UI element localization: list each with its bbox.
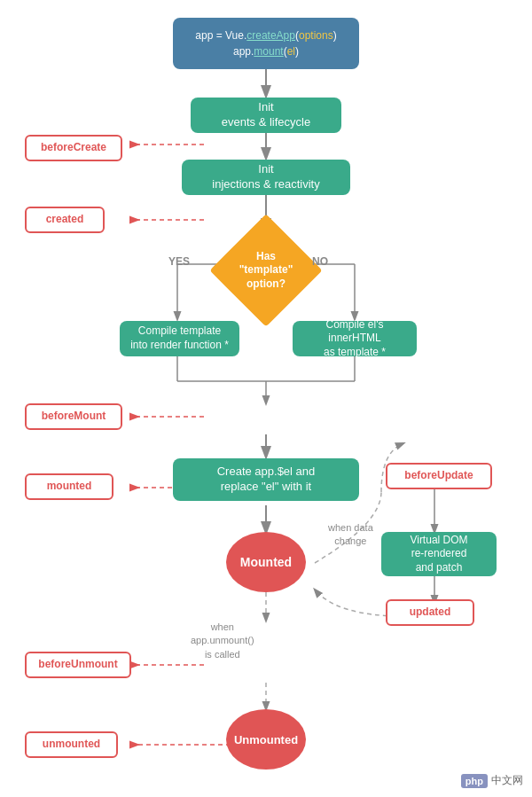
app-init-text: app = Vue.createApp(options) app.mount(e… (195, 27, 336, 59)
unmounted-circle: Unmounted (226, 709, 306, 770)
before-create-box: beforeCreate (25, 135, 122, 161)
updated-text: updated (410, 606, 451, 620)
watermark: php 中文网 (461, 773, 523, 788)
created-text: created (46, 213, 84, 227)
compile-innerhtml-text: Compile el's innerHTMLas template * (303, 318, 406, 360)
mounted-circle: Mounted (226, 532, 306, 592)
init-events-box: Initevents & lifecycle (191, 98, 341, 133)
before-update-box: beforeUpdate (386, 463, 492, 489)
mounted-circle-text: Mounted (240, 555, 292, 569)
init-injections-text: Initinjections & reactivity (212, 162, 319, 192)
unmounted-text: unmounted (43, 738, 100, 752)
yes-label: YES (168, 255, 190, 268)
init-injections-box: Initinjections & reactivity (182, 160, 350, 195)
create-app-el-box: Create app.$el andreplace "el" with it (173, 458, 359, 501)
mounted-box: mounted (25, 473, 113, 500)
app-init-box: app = Vue.createApp(options) app.mount(e… (173, 18, 359, 69)
diagram-container: app = Vue.createApp(options) app.mount(e… (0, 0, 532, 797)
when-data-change-label: when datachange (328, 521, 373, 549)
unmounted-circle-text: Unmounted (234, 733, 298, 746)
compile-template-text: Compile templateinto render function * (130, 324, 229, 352)
before-mount-text: beforeMount (42, 410, 106, 424)
virtual-dom-box: Virtual DOMre-renderedand patch (381, 532, 497, 576)
no-label: NO (312, 255, 328, 268)
when-unmount-label: whenapp.unmount()is called (191, 621, 254, 661)
before-update-text: beforeUpdate (404, 469, 473, 483)
before-unmount-text: beforeUnmount (38, 658, 117, 672)
created-box: created (25, 207, 105, 233)
mounted-text: mounted (47, 480, 92, 494)
php-badge: php (461, 774, 488, 788)
unmounted-box: unmounted (25, 731, 118, 758)
compile-template-box: Compile templateinto render function * (120, 321, 239, 356)
init-events-text: Initevents & lifecycle (222, 100, 310, 130)
compile-innerhtml-box: Compile el's innerHTMLas template * (293, 321, 417, 356)
before-mount-box: beforeMount (25, 403, 122, 430)
virtual-dom-text: Virtual DOMre-renderedand patch (410, 534, 467, 575)
create-app-el-text: Create app.$el andreplace "el" with it (217, 465, 316, 495)
before-create-text: beforeCreate (41, 141, 106, 155)
updated-box: updated (386, 599, 474, 626)
site-text: 中文网 (491, 773, 523, 788)
before-unmount-box: beforeUnmount (25, 652, 131, 678)
has-template-text: Has"template" option? (220, 235, 312, 306)
